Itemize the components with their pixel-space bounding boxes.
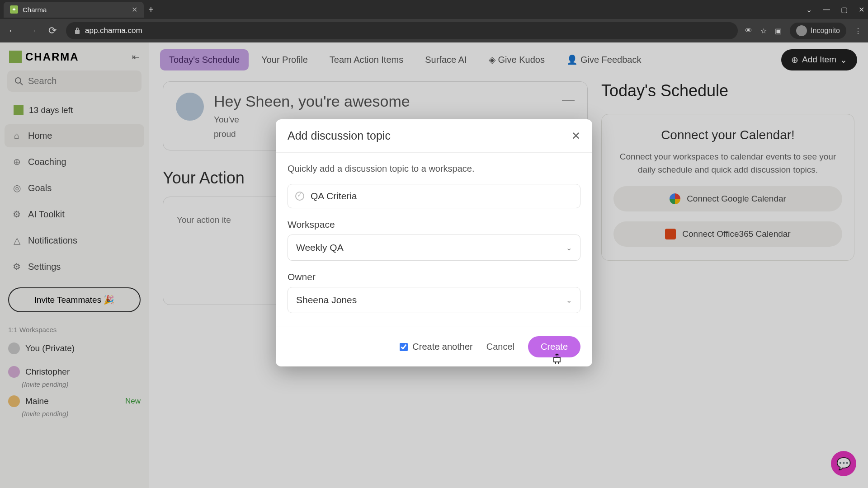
- app: CHARMA ⇤ 13 days left ⌂ Home ⊕ Coaching …: [0, 42, 868, 488]
- incognito-icon: [796, 25, 807, 36]
- chevron-down-icon: ⌄: [566, 244, 572, 252]
- modal-backdrop[interactable]: Add discussion topic ✕ Quickly add a dis…: [0, 42, 868, 488]
- address-bar-right: 👁 ☆ ▣ Incognito ⋮: [745, 23, 862, 39]
- workspace-value: Weekly QA: [296, 242, 344, 253]
- owner-label: Owner: [288, 272, 580, 282]
- maximize-icon[interactable]: ▢: [841, 5, 848, 14]
- browser-tab[interactable]: ✦ Charma ✕: [4, 2, 144, 18]
- chevron-down-icon[interactable]: ⌄: [806, 5, 812, 14]
- chevron-down-icon: ⌄: [566, 296, 572, 305]
- close-icon[interactable]: ✕: [132, 5, 137, 14]
- workspace-select[interactable]: Weekly QA ⌄: [288, 235, 580, 261]
- modal-body: Quickly add a discussion topic to a work…: [276, 153, 592, 327]
- bookmark-icon[interactable]: ☆: [760, 27, 767, 35]
- modal-title: Add discussion topic: [288, 129, 391, 142]
- check-circle-icon: [295, 192, 304, 201]
- extensions-icon[interactable]: ▣: [775, 27, 782, 35]
- create-another-label: Create another: [412, 342, 472, 352]
- cancel-button[interactable]: Cancel: [486, 342, 514, 352]
- forward-button[interactable]: →: [26, 25, 39, 37]
- tab-bar: ✦ Charma ✕ + ⌄ — ▢ ✕: [0, 0, 868, 19]
- lock-icon: [74, 27, 80, 34]
- incognito-badge[interactable]: Incognito: [790, 23, 846, 39]
- close-icon[interactable]: ✕: [571, 130, 580, 142]
- eye-off-icon[interactable]: 👁: [745, 27, 752, 35]
- url-box[interactable]: app.charma.com: [66, 22, 738, 39]
- reload-button[interactable]: ⟳: [46, 25, 59, 37]
- owner-value: Sheena Jones: [296, 295, 357, 305]
- favicon-icon: ✦: [10, 5, 18, 14]
- topic-input-wrap[interactable]: [288, 184, 580, 208]
- address-bar: ← → ⟳ app.charma.com 👁 ☆ ▣ Incognito ⋮: [0, 19, 868, 42]
- create-button[interactable]: Create: [528, 336, 580, 357]
- modal-description: Quickly add a discussion topic to a work…: [288, 164, 580, 174]
- create-another-checkbox[interactable]: Create another: [400, 342, 472, 352]
- create-another-input[interactable]: [400, 343, 408, 351]
- new-tab-button[interactable]: +: [148, 5, 154, 15]
- owner-select[interactable]: Sheena Jones ⌄: [288, 287, 580, 313]
- tab-title: Charma: [23, 6, 127, 14]
- add-discussion-topic-modal: Add discussion topic ✕ Quickly add a dis…: [276, 119, 592, 366]
- window-close-icon[interactable]: ✕: [859, 5, 864, 14]
- topic-input[interactable]: [311, 191, 573, 202]
- window-controls: ⌄ — ▢ ✕: [806, 5, 864, 14]
- back-button[interactable]: ←: [6, 25, 19, 37]
- modal-header: Add discussion topic ✕: [276, 119, 592, 153]
- browser-chrome: ✦ Charma ✕ + ⌄ — ▢ ✕ ← → ⟳ app.charma.co…: [0, 0, 868, 42]
- incognito-label: Incognito: [811, 27, 840, 35]
- minimize-icon[interactable]: —: [823, 5, 830, 14]
- menu-icon[interactable]: ⋮: [854, 27, 862, 35]
- workspace-label: Workspace: [288, 219, 580, 230]
- url-text: app.charma.com: [85, 26, 142, 35]
- modal-footer: Create another Cancel Create: [276, 327, 592, 366]
